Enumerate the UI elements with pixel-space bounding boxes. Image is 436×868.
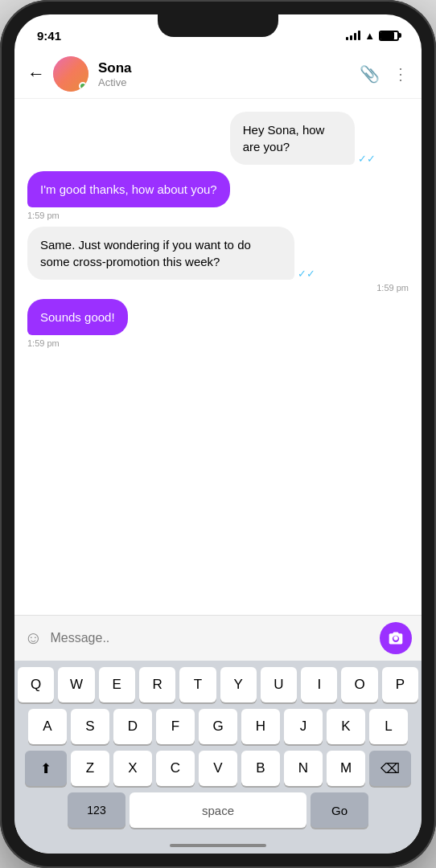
message-row: I'm good thanks, how about you? 1:59 pm bbox=[27, 171, 409, 220]
keyboard-row-2: A S D F G H J K L bbox=[18, 709, 418, 744]
message-footer: 1:59 pm bbox=[27, 338, 60, 348]
header-actions: 📎 ⋮ bbox=[360, 64, 409, 84]
key-h[interactable]: H bbox=[241, 709, 280, 744]
read-receipt-icon: ✓✓ bbox=[298, 268, 315, 280]
read-receipt-icon: ✓✓ bbox=[358, 153, 376, 165]
key-l[interactable]: L bbox=[369, 709, 408, 744]
bottom-bar bbox=[14, 837, 422, 854]
key-q[interactable]: Q bbox=[18, 667, 54, 702]
home-indicator bbox=[170, 844, 266, 847]
status-time: 9:41 bbox=[37, 29, 61, 43]
keyboard-row-3: ⬆ Z X C V B N M ⌫ bbox=[18, 751, 418, 786]
go-key[interactable]: Go bbox=[311, 792, 368, 828]
back-button[interactable]: ← bbox=[27, 63, 45, 84]
phone-frame: 9:41 ▲ ← Sona bbox=[0, 0, 436, 868]
emoji-button[interactable]: ☺ bbox=[24, 628, 42, 649]
key-b[interactable]: B bbox=[241, 751, 280, 786]
keyboard-row-4: 123 space Go bbox=[18, 792, 418, 828]
message-footer: 1:59 pm bbox=[27, 211, 60, 220]
key-w[interactable]: W bbox=[58, 667, 94, 702]
numbers-key[interactable]: 123 bbox=[68, 792, 125, 828]
keyboard-row-1: Q W E R T Y U I O P bbox=[18, 667, 418, 702]
message-row: Same. Just wondering if you want to do s… bbox=[27, 227, 409, 293]
key-z[interactable]: Z bbox=[71, 751, 109, 786]
key-p[interactable]: P bbox=[382, 667, 418, 702]
key-i[interactable]: I bbox=[301, 667, 337, 702]
more-options-icon[interactable]: ⋮ bbox=[393, 64, 409, 84]
keyboard: Q W E R T Y U I O P A S D F G H J K bbox=[14, 661, 422, 837]
key-r[interactable]: R bbox=[139, 667, 175, 702]
contact-status: Active bbox=[98, 76, 360, 88]
key-v[interactable]: V bbox=[199, 751, 237, 786]
key-o[interactable]: O bbox=[341, 667, 377, 702]
contact-name: Sona bbox=[98, 60, 360, 76]
timestamp: 1:59 pm bbox=[27, 211, 60, 220]
delete-key[interactable]: ⌫ bbox=[369, 751, 411, 786]
input-area: ☺ bbox=[14, 615, 422, 661]
timestamp: 1:59 pm bbox=[376, 283, 409, 293]
contact-info: Sona Active bbox=[98, 60, 360, 88]
key-y[interactable]: Y bbox=[220, 667, 257, 702]
key-j[interactable]: J bbox=[284, 709, 323, 744]
battery-icon bbox=[379, 31, 399, 41]
message-bubble: I'm good thanks, how about you? bbox=[27, 171, 230, 207]
key-s[interactable]: S bbox=[71, 709, 109, 744]
message-input[interactable] bbox=[50, 631, 372, 645]
key-m[interactable]: M bbox=[327, 751, 365, 786]
message-bubble: Sounds good! bbox=[27, 299, 128, 335]
key-u[interactable]: U bbox=[261, 667, 297, 702]
wifi-icon: ▲ bbox=[364, 30, 375, 42]
messages-area: Hey Sona, how are you? ✓✓ I'm good thank… bbox=[14, 99, 422, 615]
message-row: Sounds good! 1:59 pm bbox=[27, 299, 409, 348]
key-k[interactable]: K bbox=[327, 709, 365, 744]
camera-icon bbox=[388, 630, 404, 646]
key-x[interactable]: X bbox=[113, 751, 152, 786]
message-bubble: Hey Sona, how are you? bbox=[230, 112, 356, 165]
key-e[interactable]: E bbox=[99, 667, 135, 702]
shift-key[interactable]: ⬆ bbox=[25, 751, 67, 786]
status-icons: ▲ bbox=[346, 30, 399, 42]
attachment-icon[interactable]: 📎 bbox=[360, 64, 380, 84]
phone-screen: 9:41 ▲ ← Sona bbox=[14, 14, 422, 854]
key-d[interactable]: D bbox=[113, 709, 152, 744]
space-key[interactable]: space bbox=[130, 792, 306, 828]
notch bbox=[158, 14, 278, 37]
signal-icon bbox=[346, 31, 360, 40]
avatar bbox=[53, 56, 88, 92]
key-c[interactable]: C bbox=[156, 751, 195, 786]
key-n[interactable]: N bbox=[284, 751, 323, 786]
message-bubble: Same. Just wondering if you want to do s… bbox=[27, 227, 294, 280]
key-t[interactable]: T bbox=[179, 667, 216, 702]
timestamp: 1:59 pm bbox=[27, 338, 60, 348]
key-a[interactable]: A bbox=[28, 709, 67, 744]
key-g[interactable]: G bbox=[199, 709, 237, 744]
key-f[interactable]: F bbox=[156, 709, 195, 744]
message-row: Hey Sona, how are you? ✓✓ bbox=[27, 112, 409, 165]
active-indicator bbox=[79, 82, 87, 90]
chat-header: ← Sona Active 📎 ⋮ bbox=[14, 50, 422, 99]
camera-button[interactable] bbox=[380, 622, 412, 654]
